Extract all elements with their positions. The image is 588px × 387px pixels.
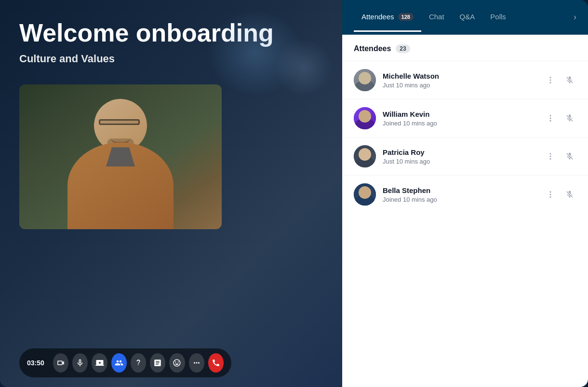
mic-off-icon bbox=[565, 76, 574, 84]
screen-share-button[interactable] bbox=[92, 353, 107, 373]
right-panel: Attendees 128 Chat Q&A Polls › Attendees… bbox=[342, 0, 588, 387]
attendee-actions-michelle bbox=[544, 73, 576, 87]
main-title: Welcome onboarding bbox=[19, 19, 323, 47]
timer-display: 03:50 bbox=[27, 359, 47, 367]
tab-qa-label: Q&A bbox=[460, 13, 475, 21]
qa-icon bbox=[134, 359, 143, 367]
attendee-status-michelle: Just 10 mins ago bbox=[383, 82, 537, 89]
attendees-subheader: Attendees 23 bbox=[342, 35, 588, 61]
video-container bbox=[19, 84, 222, 229]
more-vert-icon bbox=[546, 152, 555, 161]
attendee-name-william: William Kevin bbox=[383, 110, 537, 118]
tab-chat-label: Chat bbox=[429, 13, 444, 21]
tab-attendees[interactable]: Attendees 128 bbox=[354, 3, 421, 32]
attendee-actions-patricia bbox=[544, 150, 576, 163]
attendee-row: Michelle Watson Just 10 mins ago bbox=[342, 61, 588, 99]
mic-off-icon bbox=[565, 190, 574, 199]
attendee-row: Bella Stephen Joined 10 mins ago bbox=[342, 176, 588, 213]
control-bar: 03:50 bbox=[19, 348, 231, 377]
attendees-panel: Attendees 23 Michelle Watson Just 10 min… bbox=[342, 35, 588, 387]
person-body bbox=[67, 142, 174, 229]
attendee-name-bella: Bella Stephen bbox=[383, 186, 537, 194]
people-icon bbox=[115, 359, 123, 367]
poll-button[interactable] bbox=[150, 353, 165, 373]
attendee-row: William Kevin Joined 10 mins ago bbox=[342, 99, 588, 138]
attendee-mute-button-michelle[interactable] bbox=[563, 73, 576, 87]
attendee-more-button-patricia[interactable] bbox=[544, 150, 557, 163]
svg-point-0 bbox=[550, 77, 551, 78]
qa-button[interactable] bbox=[131, 353, 146, 373]
svg-point-8 bbox=[550, 158, 551, 160]
reaction-button[interactable] bbox=[169, 353, 185, 373]
avatar-bella bbox=[354, 183, 376, 206]
attendee-mute-button-bella[interactable] bbox=[563, 188, 576, 201]
avatar-patricia bbox=[354, 145, 376, 167]
more-vert-icon bbox=[546, 114, 555, 123]
attendee-actions-william bbox=[544, 111, 576, 125]
tabs-header: Attendees 128 Chat Q&A Polls › bbox=[342, 0, 588, 35]
subtitle: Culture and Values bbox=[19, 53, 323, 65]
video-area: Welcome onboarding Culture and Values bbox=[0, 0, 342, 387]
svg-point-2 bbox=[550, 82, 551, 83]
more-icon bbox=[192, 359, 201, 367]
camera-icon bbox=[56, 359, 65, 367]
svg-point-5 bbox=[550, 120, 551, 122]
reaction-icon bbox=[173, 359, 181, 367]
attendee-row: Patricia Roy Just 10 mins ago bbox=[342, 138, 588, 176]
attendee-actions-bella bbox=[544, 188, 576, 201]
attendee-more-button-michelle[interactable] bbox=[544, 73, 557, 87]
attendee-mute-button-william[interactable] bbox=[563, 111, 576, 125]
attendee-more-button-bella[interactable] bbox=[544, 188, 557, 201]
svg-point-4 bbox=[550, 118, 551, 119]
video-placeholder bbox=[19, 84, 222, 229]
svg-point-11 bbox=[550, 196, 551, 198]
person-figure bbox=[43, 89, 198, 229]
attendee-info-bella: Bella Stephen Joined 10 mins ago bbox=[383, 186, 537, 203]
attendee-info-william: William Kevin Joined 10 mins ago bbox=[383, 110, 537, 127]
attendee-name-michelle: Michelle Watson bbox=[383, 72, 537, 80]
svg-point-9 bbox=[550, 191, 551, 193]
attendee-more-button-william[interactable] bbox=[544, 111, 557, 125]
people-button[interactable] bbox=[111, 353, 127, 373]
end-call-button[interactable] bbox=[208, 353, 224, 373]
avatar-william bbox=[354, 107, 376, 129]
screen-share-icon bbox=[95, 359, 104, 367]
svg-point-10 bbox=[550, 194, 551, 195]
svg-point-7 bbox=[550, 156, 551, 157]
attendee-name-patricia: Patricia Roy bbox=[383, 148, 537, 156]
mic-off-icon bbox=[565, 114, 574, 123]
more-button[interactable] bbox=[189, 353, 204, 373]
mic-icon bbox=[76, 359, 84, 367]
attendee-status-bella: Joined 10 mins ago bbox=[383, 196, 537, 203]
tab-attendees-badge: 128 bbox=[398, 13, 414, 21]
attendee-mute-button-patricia[interactable] bbox=[563, 150, 576, 163]
svg-point-3 bbox=[550, 115, 551, 116]
svg-point-1 bbox=[550, 80, 551, 81]
tab-attendees-label: Attendees bbox=[361, 13, 394, 21]
mic-off-icon bbox=[565, 152, 574, 161]
avatar-michelle bbox=[354, 69, 376, 91]
svg-point-6 bbox=[550, 153, 551, 154]
tab-polls[interactable]: Polls bbox=[482, 3, 514, 32]
tabs-chevron[interactable]: › bbox=[574, 12, 576, 22]
poll-icon bbox=[153, 359, 162, 367]
end-call-icon bbox=[212, 359, 220, 367]
mic-button[interactable] bbox=[72, 353, 88, 373]
more-vert-icon bbox=[546, 190, 555, 199]
title-section: Welcome onboarding Culture and Values bbox=[19, 19, 323, 65]
tab-chat[interactable]: Chat bbox=[421, 3, 452, 32]
tab-polls-label: Polls bbox=[490, 13, 506, 21]
more-vert-icon bbox=[546, 76, 555, 84]
attendee-info-michelle: Michelle Watson Just 10 mins ago bbox=[383, 72, 537, 89]
camera-button[interactable] bbox=[53, 353, 68, 373]
tab-qa[interactable]: Q&A bbox=[452, 3, 483, 32]
attendee-info-patricia: Patricia Roy Just 10 mins ago bbox=[383, 148, 537, 165]
attendee-status-patricia: Just 10 mins ago bbox=[383, 158, 537, 165]
attendee-status-william: Joined 10 mins ago bbox=[383, 120, 537, 127]
attendees-panel-label: Attendees bbox=[354, 44, 391, 53]
attendees-count-badge: 23 bbox=[396, 44, 410, 53]
